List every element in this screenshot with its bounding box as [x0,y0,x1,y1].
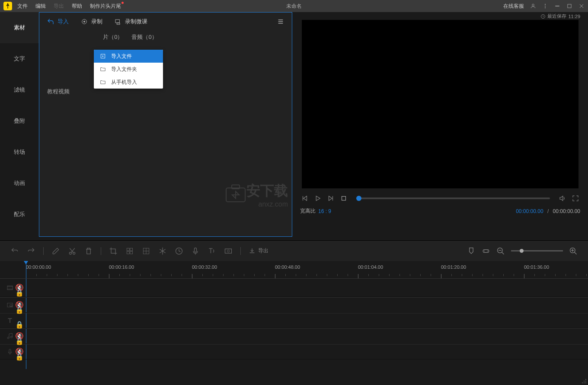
pip-track[interactable]: 🔇🔒 [0,297,588,313]
sidebar-tab-filter[interactable]: 滤镜 [0,74,39,105]
record-button[interactable]: 录制 [81,18,102,25]
close-button[interactable] [578,3,585,9]
aspect-value[interactable]: 16 : 9 [318,208,331,214]
import-label: 导入 [58,18,69,25]
sidebar-tab-music[interactable]: 配乐 [0,199,39,230]
sidebar-tab-animation[interactable]: 动画 [0,168,39,199]
svg-point-8 [83,21,85,22]
volume-button[interactable] [559,194,566,202]
svg-rect-9 [115,19,119,22]
svg-rect-12 [342,197,346,200]
svg-rect-5 [568,4,571,8]
timeline-toolbar: 导出 [0,240,588,261]
list-view-icon[interactable] [277,18,284,25]
text-to-speech-tool[interactable] [208,247,216,255]
separator [240,247,241,255]
zoom-tool[interactable] [142,247,150,255]
titlebar: 文件 编辑 导出 帮助 制作片头片尾 未命名 在线客服 [0,0,588,12]
stop-button[interactable] [340,194,348,202]
minimize-button[interactable] [554,3,560,9]
menu-help[interactable]: 帮助 [72,3,82,10]
lock-icon[interactable]: 🔒 [15,306,19,310]
svg-rect-27 [7,286,13,290]
menu-bar: 文件 编辑 导出 帮助 制作片头片尾 [17,3,121,10]
tutorial-video-label[interactable]: 教程视频 [39,80,292,103]
ruler-mark: 00:00:16.00 [109,264,192,270]
lock-icon[interactable]: 🔒 [15,353,19,357]
audio-track-icon [6,333,13,340]
customer-service-link[interactable]: 在线客服 [503,3,524,10]
play-button[interactable] [314,194,322,202]
ruler-mark: 00:01:36.00 [524,264,588,270]
preview-progress[interactable] [356,197,550,199]
preview-video [302,20,578,188]
import-button[interactable]: 导入 [47,18,69,25]
ruler-mark: 00:00:48.00 [275,264,358,270]
preview-info: 宽高比 16 : 9 00:00:00.00 / 00:00:00.00 [300,207,580,215]
voice-tool[interactable] [191,247,200,255]
undo-button[interactable] [10,247,19,255]
svg-point-36 [585,382,586,383]
svg-point-34 [582,382,583,383]
mute-icon[interactable]: 🔇 [15,347,19,352]
next-frame-button[interactable] [327,194,335,202]
mute-icon[interactable]: 🔇 [15,332,19,336]
zoom-slider[interactable] [511,250,563,251]
svg-point-2 [545,6,546,6]
timeline-export-button[interactable]: 导出 [249,247,268,255]
project-title: 未命名 [286,3,302,10]
prev-frame-button[interactable] [301,194,309,202]
more-icon[interactable] [542,3,548,9]
speed-tool[interactable] [175,247,183,255]
lock-icon[interactable]: 🔒 [15,321,19,325]
mute-icon[interactable]: 🔇 [15,283,19,288]
save-label: 最近保存 [547,13,566,19]
crop-tool[interactable] [109,247,118,255]
audio-track[interactable]: 🔇🔒 [0,328,588,344]
mosaic-tool[interactable] [125,247,134,255]
fullscreen-button[interactable] [572,194,579,202]
mute-icon[interactable]: 🔇 [15,301,19,305]
lock-icon[interactable]: 🔒 [15,289,19,293]
preview-panel: 宽高比 16 : 9 00:00:00.00 / 00:00:00.00 [292,12,588,237]
menu-edit[interactable]: 编辑 [35,3,46,10]
dropdown-import-folder[interactable]: 导入文件夹 [94,63,163,76]
sidebar-tab-overlay[interactable]: 叠附 [0,105,39,137]
menu-export[interactable]: 导出 [54,3,64,10]
svg-rect-16 [130,248,133,251]
redo-button[interactable] [27,247,35,255]
resize-handle[interactable] [581,378,587,384]
marker-tool[interactable] [467,247,476,255]
svg-point-35 [584,382,585,383]
green-screen-tool[interactable] [224,247,233,255]
import-dropdown: 导入文件 导入文件夹 从手机导入 [94,50,163,89]
maximize-button[interactable] [566,3,572,9]
progress-handle[interactable] [356,196,361,201]
media-tab-audio[interactable]: 音频（0） [131,33,157,41]
fit-tool[interactable] [482,247,490,255]
record-lesson-button[interactable]: 录制微课 [115,18,147,25]
app-logo [3,2,12,10]
dropdown-import-file[interactable]: 导入文件 [94,50,163,63]
sidebar-tab-text[interactable]: 文字 [0,43,39,74]
user-icon[interactable] [530,3,536,9]
menu-intro-outro[interactable]: 制作片头片尾 [90,3,121,10]
dropdown-import-phone[interactable]: 从手机导入 [94,76,163,89]
lock-icon[interactable]: 🔒 [15,337,19,341]
sidebar-tab-transition[interactable]: 转场 [0,137,39,168]
menu-file[interactable]: 文件 [17,3,28,10]
zoom-handle[interactable] [520,249,524,253]
zoom-out-button[interactable] [496,247,505,255]
media-tab-clip[interactable]: 片（0） [103,33,123,41]
freeze-tool[interactable] [158,247,167,255]
voice-track[interactable]: 🔇🔒 [0,344,588,360]
timeline-ruler[interactable]: 00:00:00.00 00:00:16.00 00:00:32.00 00:0… [0,261,588,278]
text-track[interactable]: 🔒 [0,313,588,328]
zoom-in-button[interactable] [569,247,578,255]
edit-tool[interactable] [51,247,60,255]
text-track-icon [6,317,13,324]
sidebar-tab-material[interactable]: 素材 [0,12,39,43]
cut-tool[interactable] [68,247,77,255]
delete-tool[interactable] [84,247,93,255]
video-track[interactable]: 🔇🔒 [0,278,588,297]
